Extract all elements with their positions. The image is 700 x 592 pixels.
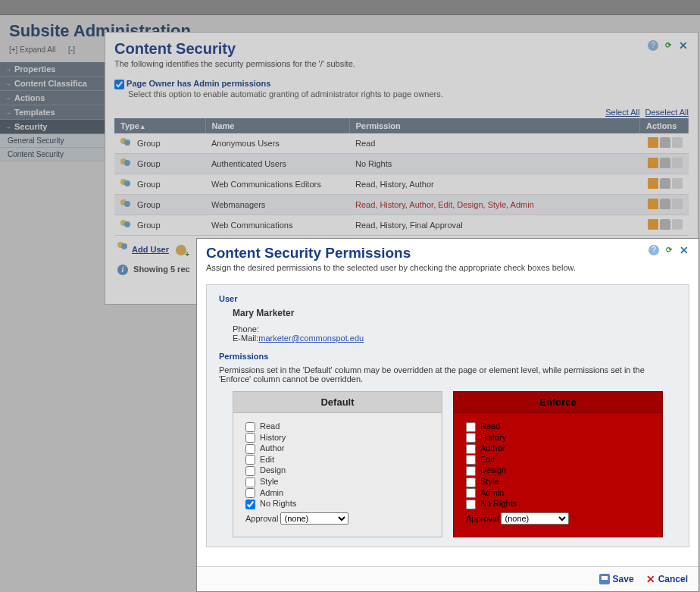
enforce-approval-row: Approval (none) (466, 512, 650, 525)
col-name[interactable]: Name (205, 118, 349, 133)
default-checkbox-author[interactable] (245, 444, 255, 454)
edit-icon[interactable] (648, 137, 658, 148)
name-cell: Web Communications Editors (205, 174, 349, 194)
name-cell: Webmanagers (205, 194, 349, 215)
lock-icon[interactable] (660, 137, 670, 148)
delete-icon[interactable] (672, 158, 683, 168)
default-option-admin[interactable]: Admin (245, 488, 430, 499)
refresh-icon[interactable]: ⟳ (664, 245, 674, 255)
default-option-history[interactable]: History (245, 433, 430, 443)
default-checkbox-read[interactable] (245, 422, 255, 432)
enforce-header: Enforce (454, 392, 662, 413)
enforce-option-read[interactable]: Read (466, 421, 650, 432)
default-checkbox-no-rights[interactable] (245, 500, 255, 509)
default-header: Default (233, 392, 442, 413)
close-icon[interactable]: ✕ (678, 40, 689, 51)
default-permissions-column: Default ReadHistoryAuthorEditDesignStyle… (233, 391, 442, 537)
cancel-button[interactable]: ✕ Cancel (646, 573, 688, 585)
enforce-checkbox-admin[interactable] (466, 488, 476, 498)
approval-label: Approval (245, 514, 278, 523)
default-approval-row: Approval (none) (245, 512, 430, 525)
lock-icon[interactable] (660, 178, 670, 189)
default-checkbox-style[interactable] (245, 478, 255, 487)
default-checkbox-admin[interactable] (245, 488, 255, 498)
enforce-option-style[interactable]: Style (466, 477, 650, 487)
enforce-option-admin[interactable]: Admin (466, 488, 650, 499)
close-icon[interactable]: ✕ (679, 245, 689, 255)
enforce-checkbox-history[interactable] (466, 433, 476, 443)
enforce-checkbox-edit[interactable] (466, 455, 476, 465)
admin-permissions-checkbox[interactable] (114, 80, 124, 89)
delete-icon[interactable] (672, 137, 683, 148)
default-option-read[interactable]: Read (245, 421, 430, 432)
edit-icon[interactable] (648, 199, 658, 209)
content-security-subtitle: The following identifies the security pe… (114, 59, 355, 68)
admin-permissions-label: Page Owner has Admin permissions (127, 79, 270, 88)
default-option-style[interactable]: Style (245, 477, 430, 487)
edit-icon[interactable] (648, 178, 658, 189)
enforce-checkbox-style[interactable] (466, 478, 476, 487)
lock-icon[interactable] (660, 158, 670, 168)
user-add-icon[interactable] (176, 245, 186, 255)
enforce-checkbox-no-rights[interactable] (466, 500, 476, 509)
enforce-checkbox-design[interactable] (466, 466, 476, 476)
admin-permissions-desc: Select this option to enable automatic g… (128, 89, 689, 99)
default-approval-select[interactable]: (none) (280, 512, 348, 525)
group-icon (120, 220, 133, 230)
enforce-option-author[interactable]: Author (466, 443, 650, 454)
user-name: Mary Marketer (233, 308, 677, 318)
permissions-section-title: Permissions (219, 352, 677, 361)
select-all-link[interactable]: Select All (605, 108, 639, 117)
security-grid: Type Name Permission Actions GroupAnonym… (114, 118, 689, 236)
default-option-author[interactable]: Author (245, 443, 430, 454)
col-permission[interactable]: Permission (349, 118, 640, 133)
group-icon (120, 199, 133, 210)
delete-icon[interactable] (672, 219, 683, 230)
add-user-link[interactable]: Add User (132, 245, 169, 254)
type-cell: Group (137, 200, 161, 209)
default-option-edit[interactable]: Edit (245, 455, 430, 465)
email-link[interactable]: marketer@commonspot.edu (258, 334, 364, 343)
edit-icon[interactable] (648, 219, 658, 230)
delete-icon[interactable] (672, 178, 683, 189)
edit-icon[interactable] (648, 158, 658, 168)
name-cell: Web Communications (205, 215, 349, 235)
approval-label: Approval (466, 514, 498, 523)
delete-icon[interactable] (672, 199, 683, 209)
help-icon[interactable]: ? (648, 245, 659, 255)
lock-icon[interactable] (660, 219, 670, 230)
default-checkbox-edit[interactable] (245, 455, 255, 465)
enforce-option-design[interactable]: Design (466, 465, 650, 476)
default-checkbox-design[interactable] (245, 466, 255, 476)
deselect-all-link[interactable]: Deselect All (645, 108, 689, 117)
default-checkbox-history[interactable] (245, 433, 255, 443)
table-row: GroupWebmanagersRead, History, Author, E… (114, 194, 689, 215)
col-type[interactable]: Type (114, 118, 205, 133)
group-icon (120, 158, 133, 169)
default-option-no-rights[interactable]: No Rights (245, 499, 430, 509)
enforce-checkbox-read[interactable] (466, 422, 476, 432)
enforce-option-no-rights[interactable]: No Rights (466, 499, 650, 509)
refresh-icon[interactable]: ⟳ (663, 40, 673, 51)
info-icon: i (117, 265, 128, 275)
permissions-subtitle: Assign the desired permissions to the se… (206, 263, 576, 272)
name-cell: Anonymous Users (205, 133, 349, 154)
phone-label: Phone: (233, 324, 259, 334)
type-cell: Group (137, 159, 161, 168)
default-option-design[interactable]: Design (245, 465, 430, 476)
col-actions[interactable]: Actions (640, 118, 689, 133)
enforce-option-edit[interactable]: Edit (466, 455, 650, 465)
type-cell: Group (137, 139, 161, 148)
permission-cell: Read, History, Author, Edit, Design, Sty… (349, 194, 640, 215)
type-cell: Group (137, 221, 161, 230)
enforce-option-history[interactable]: History (466, 433, 650, 443)
table-row: GroupAnonymous UsersRead (114, 133, 689, 154)
people-icon (117, 242, 130, 252)
save-button[interactable]: Save (599, 573, 634, 585)
help-icon[interactable]: ? (648, 40, 658, 51)
user-section-title: User (219, 294, 677, 303)
enforce-approval-select[interactable]: (none) (501, 512, 569, 525)
lock-icon[interactable] (660, 199, 670, 209)
name-cell: Authenticated Users (205, 153, 349, 174)
enforce-checkbox-author[interactable] (466, 444, 476, 454)
